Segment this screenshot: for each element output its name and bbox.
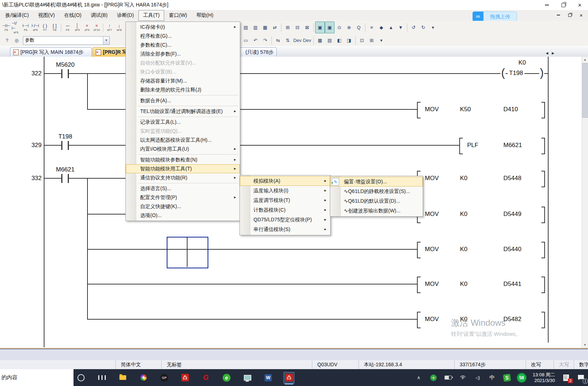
program-list-icon[interactable]: ◨ bbox=[344, 35, 354, 46]
tab-main-program[interactable]: [PRG]R 写入 MAIN 16874步 bbox=[10, 47, 92, 57]
toolbar2-overflow-icon[interactable]: ▾ bbox=[376, 35, 386, 46]
toolbar-button[interactable] bbox=[354, 35, 357, 46]
submenu-item-create-wave-output[interactable]: ∿创建波形输出数据(W)... bbox=[330, 206, 423, 216]
task-view-icon[interactable] bbox=[97, 372, 107, 383]
monitor-mode-icon[interactable]: ▣ bbox=[315, 22, 325, 33]
comment-display-icon[interactable]: ▦ bbox=[260, 22, 270, 33]
menu-diagnostics[interactable]: 诊断(D) bbox=[112, 10, 138, 21]
ie-icon[interactable]: e bbox=[222, 372, 232, 383]
menu-item-builtin-io-tool[interactable]: 内置I/O模块用工具(U) bbox=[126, 145, 240, 154]
monitor-write-mode-icon[interactable]: ▣ bbox=[325, 22, 335, 33]
minimize-icon[interactable] bbox=[539, 0, 555, 10]
menu-help[interactable]: 帮助(H) bbox=[192, 10, 218, 21]
menu-item-block-password[interactable]: 块口令设置(B)... bbox=[126, 67, 240, 76]
ladder-view-icon[interactable]: ▤ bbox=[241, 22, 251, 33]
device-batch-monitor-icon[interactable]: Dev bbox=[302, 35, 312, 46]
submenu-item-qd75-positioning-module[interactable]: QD75/LD75型定位模块(P) bbox=[240, 215, 330, 225]
submenu-item-q61ld-static-calibration[interactable]: ∿Q61LD的静载校准设置(S)... bbox=[330, 187, 423, 196]
pc-health-icon[interactable]: 58 bbox=[517, 372, 527, 383]
menu-view[interactable]: 视图(V) bbox=[33, 10, 60, 21]
menu-tools[interactable]: 工具(T) bbox=[138, 10, 164, 21]
delete-column-icon[interactable]: ⊠ bbox=[302, 22, 312, 33]
mdi-close-icon[interactable]: × bbox=[577, 11, 585, 19]
menu-item-program-check[interactable]: 程序检查(G)... bbox=[126, 32, 240, 41]
help-icon[interactable]: ? bbox=[2, 35, 12, 46]
menu-window[interactable]: 窗口(W) bbox=[164, 10, 192, 21]
sogou-icon[interactable]: S bbox=[502, 372, 512, 383]
cross-reference-icon[interactable]: ▦ bbox=[315, 35, 325, 46]
toolbar-button[interactable] bbox=[60, 22, 63, 33]
taskbar-clock[interactable]: 13:08 周二 2021/3/30 bbox=[533, 372, 555, 383]
mdi-restore-icon[interactable] bbox=[566, 11, 574, 19]
menu-item-logging-tool[interactable]: 记录设置工具(L)... bbox=[126, 118, 240, 127]
closed-contact-button[interactable]: ⊣/⊢sF5 bbox=[11, 22, 21, 33]
tab-scroll-left-icon[interactable]: ◄ bbox=[545, 51, 549, 55]
find-icon[interactable]: ⊙ bbox=[335, 22, 344, 33]
scrollbar-thumb[interactable] bbox=[582, 63, 588, 118]
mail-badge-icon[interactable]: 3 bbox=[561, 372, 571, 383]
submenu-item-serial-comm-module[interactable]: 串行通信模块(S) bbox=[240, 225, 330, 234]
closed-branch-button[interactable]: ⊦/⊣sF6 bbox=[30, 22, 40, 33]
undo-icon[interactable]: ↺ bbox=[409, 22, 418, 33]
plc-app-icon[interactable]: 凸 bbox=[180, 372, 190, 383]
wifi-icon[interactable] bbox=[458, 372, 468, 383]
sampling-trace-icon[interactable]: ◧ bbox=[335, 35, 344, 46]
menu-online[interactable]: 在线(O) bbox=[60, 10, 86, 21]
gp-app-icon[interactable]: GP bbox=[159, 372, 169, 383]
read-from-plc-icon[interactable]: ⇆ bbox=[273, 35, 283, 46]
scroll-up-icon[interactable]: ▲ bbox=[582, 57, 588, 63]
menu-item-intelligent-param-check[interactable]: 智能功能模块参数检查(N) bbox=[126, 155, 240, 164]
device-manager-icon[interactable] bbox=[242, 372, 252, 383]
menu-compile[interactable]: 换/编译(C) bbox=[1, 10, 33, 21]
gxworks-active-icon[interactable]: 凸 bbox=[284, 372, 294, 383]
menu-item-options[interactable]: 选项(O)... bbox=[126, 211, 240, 220]
menu-item-memory-capacity[interactable]: 存储器容量计算(M)... bbox=[126, 76, 240, 85]
scroll-down-icon[interactable]: ▼ bbox=[582, 342, 588, 348]
tab-scroll-right-icon[interactable]: ► bbox=[551, 51, 555, 55]
menu-item-protocol-support[interactable]: 通信协议支持功能(R) bbox=[126, 173, 240, 182]
device-monitor-icon[interactable]: Dev bbox=[293, 35, 302, 46]
toolbar-overflow-icon[interactable]: ▾ bbox=[428, 22, 438, 33]
antivirus-icon[interactable]: + bbox=[428, 372, 438, 383]
ladder-cursor[interactable] bbox=[167, 237, 208, 268]
vertical-scrollbar[interactable]: ▲ ▼ bbox=[582, 57, 588, 348]
cortana-icon[interactable] bbox=[76, 372, 86, 383]
device-find-icon[interactable]: ◎ bbox=[12, 35, 22, 46]
pulse-up-button[interactable]: ↑sF7 bbox=[105, 22, 114, 33]
notification-center-icon[interactable]: 1 bbox=[576, 372, 586, 383]
toolbar-button[interactable] bbox=[312, 35, 315, 46]
browser-icon[interactable] bbox=[138, 372, 148, 383]
submenu-item-analog-module[interactable]: 模拟模块(A) bbox=[240, 176, 330, 186]
menu-item-profile-management[interactable]: 配置文件管理(P) bbox=[126, 193, 240, 202]
submenu-item-temp-input-module[interactable]: 温度输入模块(I) bbox=[240, 186, 330, 196]
menu-item-ic-memory-card[interactable]: IC存储卡(I) bbox=[126, 23, 240, 32]
menu-item-ethernet-adapter-tool[interactable]: 以太网适配器模块设置工具(H)... bbox=[126, 136, 240, 145]
swap-window-icon[interactable]: ⇄ bbox=[270, 22, 280, 33]
undo-step-icon[interactable]: ↶ bbox=[251, 35, 260, 46]
chevron-down-icon[interactable]: ▼ bbox=[103, 37, 109, 44]
delete-row-icon[interactable]: ⊟ bbox=[293, 22, 302, 33]
toolbar-button[interactable] bbox=[101, 22, 105, 33]
device-up-icon[interactable]: ▲ bbox=[386, 22, 396, 33]
menu-item-delete-unused-comments[interactable]: 删除未使用的软元件注释(J) bbox=[126, 85, 240, 94]
close-icon[interactable]: × bbox=[572, 0, 588, 10]
intelligent-module-monitor-icon[interactable]: ⊡ bbox=[357, 35, 367, 46]
file-explorer-icon[interactable] bbox=[118, 372, 128, 383]
menu-item-data-merge[interactable]: 数据合并(A)... bbox=[126, 96, 240, 105]
application-instruction-button[interactable]: [ ]F8 bbox=[50, 22, 60, 33]
coil-button[interactable]: ( )F7 bbox=[40, 22, 50, 33]
submenu-item-q61ld-default-setting[interactable]: ∿Q61LD的默认设置(D)... bbox=[330, 196, 423, 206]
write-to-plc-icon[interactable]: ⇅ bbox=[283, 35, 293, 46]
list-view-icon[interactable]: ▥ bbox=[251, 22, 260, 33]
device-list-icon[interactable]: ▤ bbox=[325, 35, 335, 46]
restore-icon[interactable] bbox=[555, 0, 572, 10]
delete-horizontal-line-button[interactable]: ×cF9 bbox=[82, 22, 92, 33]
insert-row-icon[interactable]: ⊞ bbox=[283, 22, 293, 33]
horizontal-line-button[interactable]: ─F9 bbox=[63, 22, 72, 33]
new-window-icon[interactable]: ▭ bbox=[241, 35, 251, 46]
delete-vertical-line-button[interactable]: ×cF10 bbox=[92, 22, 101, 33]
menu-item-intelligent-module-tool[interactable]: 智能功能模块用工具(T) bbox=[126, 164, 240, 173]
menu-item-realtime-monitor[interactable]: 实时监视功能(Q)... bbox=[126, 127, 240, 136]
redo-icon[interactable]: ↻ bbox=[418, 22, 428, 33]
menu-item-auto-device-assign[interactable]: 自动分配软元件设置(V)... bbox=[126, 58, 240, 67]
